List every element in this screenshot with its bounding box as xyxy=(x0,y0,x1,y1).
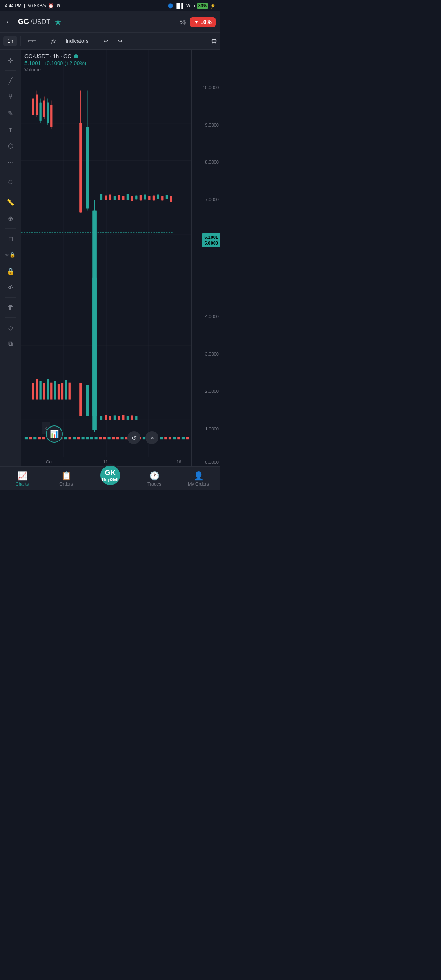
timeframe-button[interactable]: 1h xyxy=(3,36,17,46)
svg-rect-46 xyxy=(157,195,159,199)
nav-myorders[interactable]: 👤 My Orders xyxy=(176,471,220,486)
change-value: ↓0% xyxy=(200,19,212,25)
svg-rect-108 xyxy=(173,437,176,439)
chart-and-volume[interactable]: GC-USDT · 1h · GC 5.1001 +0.1000 (+2.00%… xyxy=(21,50,191,457)
symbol-label: GC xyxy=(18,18,29,26)
toolbar: 1h 𝄩𝄩 𝑓𝑥 Indicators ↩ ↪ ⚙ xyxy=(0,33,220,50)
charts-label: Charts xyxy=(16,481,29,486)
fx-symbol: 𝑓𝑥 xyxy=(51,38,56,45)
svg-rect-64 xyxy=(100,416,102,420)
svg-rect-60 xyxy=(69,383,71,400)
price-label-9: 9.0000 xyxy=(205,122,219,127)
magnet-tool[interactable]: ⊓ xyxy=(3,231,18,246)
svg-rect-48 xyxy=(166,195,168,199)
redo-button[interactable]: ↪ xyxy=(114,36,127,46)
tool-separator-6 xyxy=(5,317,16,318)
status-time: 4:44 PM xyxy=(5,3,22,8)
svg-rect-66 xyxy=(109,416,111,420)
reset-chart-button[interactable]: ↺ xyxy=(127,431,140,444)
alarm-icon: ⏰ xyxy=(48,3,54,9)
lock-edit-tool[interactable]: ✏🔒 xyxy=(3,247,18,262)
bottom-nav: 📈 Charts 📋 Orders GK Buy/Sell 🕐 Trades 👤… xyxy=(0,466,220,490)
nav-trades[interactable]: 🕐 Trades xyxy=(132,471,176,486)
svg-rect-94 xyxy=(112,437,115,439)
expand-chart-button[interactable]: » xyxy=(145,431,158,444)
svg-rect-63 xyxy=(92,278,97,416)
svg-rect-95 xyxy=(116,437,119,439)
nav-buysell[interactable]: GK Buy/Sell xyxy=(88,471,132,486)
battery-indicator: 80% xyxy=(197,3,208,9)
line-tool[interactable]: ╱ xyxy=(3,73,18,88)
chart-svg[interactable] xyxy=(21,50,191,457)
layers-tool[interactable]: ⧉ xyxy=(3,336,18,351)
current-price-badge: 5.1001 5.0000 xyxy=(202,233,220,247)
svg-rect-36 xyxy=(114,196,116,200)
trades-icon: 🕐 xyxy=(149,471,160,481)
svg-rect-75 xyxy=(29,437,32,439)
svg-rect-61 xyxy=(79,383,82,416)
svg-rect-67 xyxy=(114,415,116,420)
tool-separator-1 xyxy=(5,70,16,71)
current-price-bottom: 5.0000 xyxy=(204,240,218,246)
down-arrow-icon: ▼ xyxy=(194,19,199,25)
pencil-tool[interactable]: ✎ xyxy=(3,106,18,120)
ruler-tool[interactable]: 📏 xyxy=(3,195,18,209)
svg-rect-65 xyxy=(105,415,107,420)
undo-button[interactable]: ↩ xyxy=(100,36,112,46)
svg-rect-58 xyxy=(61,383,63,400)
nav-charts[interactable]: 📈 Charts xyxy=(0,471,44,486)
indicator-thumbnail[interactable]: 📊 xyxy=(46,425,63,443)
svg-rect-38 xyxy=(122,196,124,200)
crosshair-tool[interactable]: ✛ xyxy=(3,53,18,68)
price-label-1: 1.0000 xyxy=(205,426,219,431)
svg-rect-70 xyxy=(127,416,129,420)
time-label-16: 16 xyxy=(176,459,181,464)
svg-rect-55 xyxy=(50,383,52,400)
svg-rect-93 xyxy=(108,437,111,439)
favorite-star[interactable]: ★ xyxy=(54,17,62,27)
chart-main: GC-USDT · 1h · GC 5.1001 +0.1000 (+2.00%… xyxy=(21,50,191,466)
svg-rect-106 xyxy=(164,437,167,439)
nav-orders[interactable]: 📋 Orders xyxy=(44,471,88,486)
buysell-button[interactable]: GK Buy/Sell xyxy=(99,464,121,486)
svg-rect-96 xyxy=(121,437,124,439)
price-label-8: 8.0000 xyxy=(205,160,219,165)
indicators-button[interactable]: Indicators xyxy=(61,36,92,46)
svg-rect-35 xyxy=(109,195,111,200)
back-button[interactable]: ← xyxy=(5,17,14,27)
chart-type-button[interactable]: 𝄩𝄩 xyxy=(24,36,40,46)
text-tool[interactable]: T xyxy=(3,122,18,137)
fx-icon[interactable]: 𝑓𝑥 xyxy=(47,36,60,46)
diamond-tool[interactable]: ◇ xyxy=(3,320,18,335)
fork-tool[interactable]: ⑂ xyxy=(3,89,18,104)
charge-icon: ⚡ xyxy=(210,3,216,9)
lock-tool[interactable]: 🔒 xyxy=(3,264,18,278)
emoji-tool[interactable]: ☺ xyxy=(3,175,18,189)
price-axis: 10.0000 9.0000 8.0000 7.0000 6.0000 5.10… xyxy=(191,50,220,466)
svg-rect-83 xyxy=(64,437,67,439)
nodes-tool[interactable]: ⬡ xyxy=(3,138,18,153)
svg-rect-56 xyxy=(54,381,56,400)
svg-rect-33 xyxy=(100,194,102,200)
svg-rect-91 xyxy=(99,437,102,439)
myorders-icon: 👤 xyxy=(194,471,204,481)
zoom-plus-tool[interactable]: ⊕ xyxy=(3,211,18,226)
charts-icon: 📈 xyxy=(17,471,27,481)
svg-rect-37 xyxy=(118,195,120,200)
price-label-10: 10.0000 xyxy=(203,85,219,90)
svg-rect-107 xyxy=(169,437,172,439)
dashes-tool[interactable]: ⋯ xyxy=(3,155,18,169)
eye-tool[interactable]: 👁 xyxy=(3,280,18,295)
time-label-11: 11 xyxy=(103,459,108,464)
svg-rect-89 xyxy=(90,437,93,439)
time-label-oct: Oct xyxy=(46,459,53,464)
chart-settings-button[interactable]: ⚙ xyxy=(211,37,217,46)
trash-tool[interactable]: 🗑 xyxy=(3,300,18,315)
chart-title-text: GC-USDT · 1h · GC xyxy=(24,53,71,59)
orders-label: Orders xyxy=(59,481,73,486)
pair-label: /USDT xyxy=(31,18,50,26)
price-label-0: 0.0000 xyxy=(205,460,219,465)
myorders-label: My Orders xyxy=(188,481,209,486)
tool-separator-4 xyxy=(5,228,16,229)
svg-rect-49 xyxy=(170,196,172,202)
